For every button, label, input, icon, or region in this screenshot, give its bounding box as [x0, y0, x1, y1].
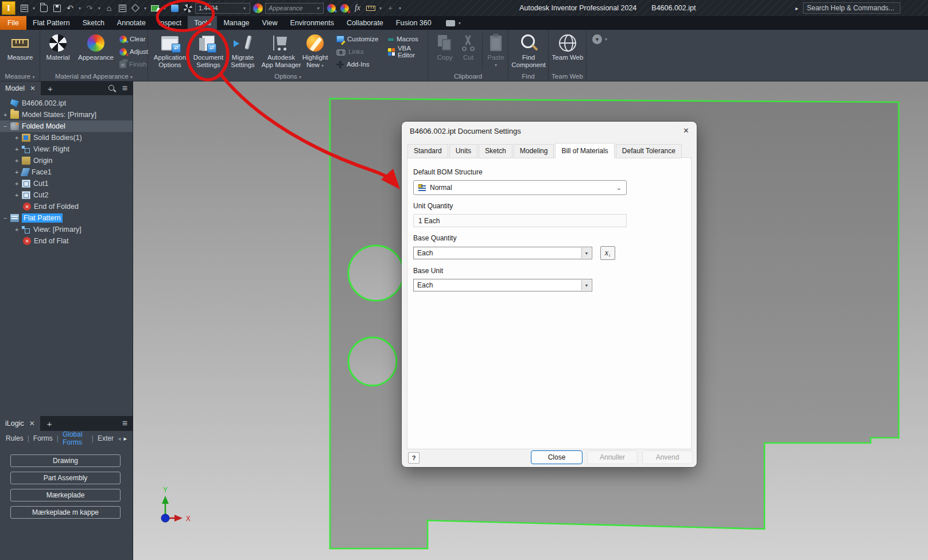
- appearance-clear-icon[interactable]: x: [339, 2, 350, 14]
- dialog-tab-standard[interactable]: Standard: [407, 144, 448, 158]
- subtab-external[interactable]: Exter: [98, 434, 114, 442]
- dialog-tab-sketch[interactable]: Sketch: [479, 144, 512, 158]
- redo-caret-icon[interactable]: ▾: [97, 6, 102, 11]
- expander-icon[interactable]: +: [3, 111, 10, 118]
- tab-sketch[interactable]: Sketch: [76, 16, 111, 30]
- select-icon[interactable]: [149, 2, 161, 14]
- tree-item-origin[interactable]: + Origin: [0, 155, 133, 166]
- expander-icon[interactable]: −: [3, 123, 10, 130]
- tab-ilogic[interactable]: iLogic ✕: [0, 416, 40, 431]
- tab-view[interactable]: View: [256, 16, 284, 30]
- select-caret-icon[interactable]: ▾: [162, 6, 167, 11]
- unit-quantity-field[interactable]: 1 Each: [413, 214, 627, 227]
- ilogic-tab-close-icon[interactable]: ✕: [29, 419, 35, 427]
- dialog-help-button[interactable]: ?: [408, 452, 420, 464]
- subtabs-scroll-left-icon[interactable]: ◂: [118, 435, 121, 442]
- tree-item-cut2[interactable]: + Cut2: [0, 189, 133, 201]
- appearance-wheel-icon[interactable]: [252, 2, 263, 14]
- highlight-new-button[interactable]: Highlight New ▾: [298, 32, 332, 69]
- tab-model[interactable]: Model ✕: [0, 81, 41, 95]
- base-unit-dropdown[interactable]: Each ▼: [413, 279, 592, 291]
- vba-editor-button[interactable]: VBA Editor: [387, 45, 427, 58]
- tree-item-model-states[interactable]: + Model States: [Primary]: [0, 109, 133, 120]
- base-quantity-dropdown-arrow-icon[interactable]: ▼: [581, 248, 591, 258]
- ribbon-display-options[interactable]: ▾: [446, 16, 462, 30]
- material-sphere-icon[interactable]: [182, 2, 193, 14]
- application-options-button[interactable]: Application Options: [152, 32, 188, 69]
- expander-icon[interactable]: −: [3, 215, 10, 221]
- qat-plus-icon[interactable]: +: [385, 2, 396, 14]
- qat-customize-caret-icon[interactable]: ▾: [398, 6, 402, 11]
- expander-icon[interactable]: +: [15, 134, 22, 141]
- links-button[interactable]: Links: [335, 45, 385, 58]
- update-caret-icon[interactable]: ▾: [143, 6, 147, 11]
- ilogic-add-tab-icon[interactable]: +: [47, 419, 52, 429]
- ilogic-form-button-maerkeplade-m-kappe[interactable]: Mærkeplade m kappe: [10, 506, 121, 519]
- copy-button[interactable]: Copy: [433, 32, 457, 61]
- tab-environments[interactable]: Environments: [284, 16, 340, 30]
- browser-add-tab-icon[interactable]: +: [48, 84, 53, 94]
- material-appearance-group-label[interactable]: Material and Appearance ▾: [40, 73, 147, 80]
- new-file-icon[interactable]: [18, 2, 30, 14]
- annuller-button[interactable]: Annuller: [587, 450, 638, 464]
- undo-caret-icon[interactable]: ▾: [77, 6, 82, 11]
- paste-button[interactable]: Paste ▾: [486, 32, 506, 69]
- migrate-settings-button[interactable]: Migrate Settings: [227, 32, 258, 69]
- part-hole-2[interactable]: [348, 337, 397, 386]
- base-quantity-dropdown[interactable]: Each ▼: [413, 247, 592, 259]
- base-unit-dropdown-arrow-icon[interactable]: ▼: [581, 280, 591, 290]
- subtab-global-forms[interactable]: Global Forms: [63, 430, 88, 446]
- expander-icon[interactable]: +: [15, 192, 22, 199]
- iproperties-icon[interactable]: [117, 2, 128, 14]
- expander-icon[interactable]: +: [15, 180, 22, 187]
- team-web-button[interactable]: Team Web: [549, 32, 587, 61]
- sweep-icon[interactable]: [169, 2, 180, 14]
- subtabs-scroll-right-icon[interactable]: ▸: [123, 435, 127, 442]
- options-group-label[interactable]: Options ▾: [148, 73, 428, 80]
- browser-menu-icon[interactable]: ≡: [122, 84, 127, 92]
- tree-item-view-right[interactable]: + View: Right: [0, 143, 133, 155]
- dialog-tab-default-tolerance[interactable]: Default Tolerance: [616, 144, 682, 158]
- tab-collaborate[interactable]: Collaborate: [340, 16, 390, 30]
- dialog-close-icon[interactable]: ×: [684, 126, 689, 135]
- tree-item-folded-model[interactable]: − Folded Model: [0, 120, 133, 132]
- tab-manage[interactable]: Manage: [217, 16, 255, 30]
- base-quantity-parameter-button[interactable]: x↓: [600, 246, 615, 260]
- adjust-button[interactable]: x Adjust: [118, 45, 148, 58]
- material-button[interactable]: Material: [42, 32, 73, 61]
- document-settings-button[interactable]: Document Settings: [191, 32, 226, 69]
- update-icon[interactable]: [130, 2, 141, 14]
- macros-button[interactable]: ∞ Macros: [387, 33, 427, 45]
- browser-search-icon[interactable]: [108, 85, 116, 92]
- measure-group-label[interactable]: Measure ▾: [0, 73, 40, 80]
- material-combobox[interactable]: 1.4404 ▾: [195, 3, 250, 14]
- expander-icon[interactable]: +: [15, 226, 22, 233]
- subtab-rules[interactable]: Rules: [6, 434, 24, 442]
- tree-item-view-primary[interactable]: + View: [Primary]: [0, 224, 133, 235]
- subtab-forms[interactable]: Forms: [33, 434, 53, 442]
- ilogic-form-button-part-assembly[interactable]: Part Assembly: [10, 472, 121, 484]
- measure-tool-icon[interactable]: [365, 2, 376, 14]
- bom-structure-dropdown[interactable]: Normal ⌄: [413, 180, 627, 195]
- find-component-button[interactable]: Find Component: [508, 32, 549, 69]
- open-file-icon[interactable]: [38, 2, 49, 14]
- appearance-combobox[interactable]: Appearance ▾: [265, 3, 324, 14]
- inventor-logo-icon[interactable]: I: [2, 1, 15, 15]
- appearance-combo-caret-icon[interactable]: ▾: [316, 6, 320, 11]
- ilogic-menu-icon[interactable]: ≡: [122, 419, 127, 427]
- dialog-tab-units[interactable]: Units: [449, 144, 477, 158]
- dialog-tab-modeling[interactable]: Modeling: [514, 144, 554, 158]
- tree-item-cut1[interactable]: + Cut1: [0, 178, 133, 189]
- measure-caret-icon[interactable]: ▾: [378, 6, 383, 11]
- appearance-button[interactable]: Appearance: [75, 32, 117, 61]
- undo-icon[interactable]: ↶: [64, 2, 76, 14]
- material-combo-caret-icon[interactable]: ▾: [242, 6, 247, 11]
- redo-icon[interactable]: ↷: [84, 2, 95, 14]
- dialog-tab-bill-of-materials[interactable]: Bill of Materials: [555, 143, 614, 158]
- save-icon[interactable]: [51, 2, 63, 14]
- tree-item-root[interactable]: B4606.002.ipt: [0, 98, 133, 109]
- expander-icon[interactable]: +: [15, 157, 22, 164]
- tab-inspect[interactable]: Inspect: [152, 16, 188, 30]
- tree-item-end-of-folded[interactable]: End of Folded: [0, 201, 133, 212]
- clear-button[interactable]: + Clear: [118, 33, 148, 45]
